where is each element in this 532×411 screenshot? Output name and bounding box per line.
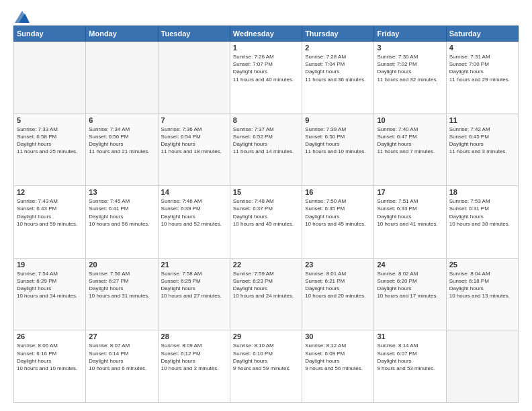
sunrise-label: Sunrise: 8:04 AM (449, 271, 490, 277)
daylight-label: Daylight hours (233, 358, 267, 364)
sunrise-label: Sunrise: 8:07 AM (89, 342, 130, 349)
week-row-1: 1 Sunrise: 7:26 AM Sunset: 7:07 PM Dayli… (14, 42, 519, 114)
sunrise-label: Sunrise: 7:46 AM (161, 198, 202, 204)
day-cell: 16 Sunrise: 7:50 AM Sunset: 6:35 PM Dayl… (302, 186, 374, 259)
sunrise-label: Sunrise: 7:58 AM (161, 271, 202, 277)
day-info: Sunrise: 8:07 AM Sunset: 6:14 PM Dayligh… (89, 342, 154, 372)
daylight-label: Daylight hours (449, 214, 484, 220)
daylight-value: 9 hours and 53 minutes. (377, 365, 435, 371)
sunset-label: Sunset: 6:37 PM (233, 205, 273, 212)
daylight-label: Daylight hours (305, 141, 339, 147)
day-number: 9 (305, 116, 371, 124)
daylight-label: Daylight hours (305, 358, 339, 364)
daylight-value: 10 hours and 20 minutes. (305, 293, 365, 299)
sunrise-label: Sunrise: 7:48 AM (233, 198, 274, 204)
sunrise-label: Sunrise: 7:51 AM (377, 198, 418, 204)
day-number: 24 (377, 261, 443, 269)
sunrise-label: Sunrise: 7:53 AM (449, 198, 490, 204)
day-cell: 21 Sunrise: 7:58 AM Sunset: 6:25 PM Dayl… (158, 258, 230, 330)
daylight-value: 9 hours and 56 minutes. (305, 365, 363, 371)
daylight-value: 10 hours and 24 minutes. (233, 293, 294, 299)
sunrise-label: Sunrise: 8:06 AM (17, 342, 58, 349)
weekday-header-row: SundayMondayTuesdayWednesdayThursdayFrid… (14, 26, 519, 42)
day-number: 20 (89, 261, 154, 269)
sunrise-label: Sunrise: 7:28 AM (305, 54, 346, 60)
daylight-label: Daylight hours (161, 214, 195, 220)
sunset-label: Sunset: 6:23 PM (233, 278, 273, 284)
sunset-label: Sunset: 6:39 PM (161, 205, 201, 212)
weekday-header-thursday: Thursday (302, 26, 374, 42)
day-cell: 25 Sunrise: 8:04 AM Sunset: 6:18 PM Dayl… (446, 258, 518, 330)
day-cell (14, 42, 86, 114)
daylight-label: Daylight hours (17, 285, 51, 291)
sunrise-label: Sunrise: 7:54 AM (17, 271, 58, 277)
logo-icon (15, 11, 30, 23)
daylight-value: 11 hours and 29 minutes. (449, 77, 510, 83)
week-row-2: 5 Sunrise: 7:33 AM Sunset: 6:58 PM Dayli… (14, 113, 519, 186)
page: SundayMondayTuesdayWednesdayThursdayFrid… (0, 0, 532, 411)
day-cell: 5 Sunrise: 7:33 AM Sunset: 6:58 PM Dayli… (14, 113, 86, 186)
weekday-header-monday: Monday (86, 26, 158, 42)
daylight-label: Daylight hours (449, 285, 484, 291)
daylight-label: Daylight hours (233, 141, 267, 147)
sunrise-label: Sunrise: 7:43 AM (17, 198, 58, 204)
day-info: Sunrise: 7:43 AM Sunset: 6:43 PM Dayligh… (17, 197, 83, 228)
day-number: 31 (377, 332, 443, 340)
daylight-value: 10 hours and 17 minutes. (377, 293, 437, 299)
week-row-5: 26 Sunrise: 8:06 AM Sunset: 6:16 PM Dayl… (14, 330, 519, 403)
day-info: Sunrise: 7:34 AM Sunset: 6:56 PM Dayligh… (89, 126, 154, 156)
sunset-label: Sunset: 7:07 PM (233, 61, 273, 67)
daylight-value: 10 hours and 27 minutes. (161, 293, 222, 299)
daylight-label: Daylight hours (161, 141, 195, 147)
daylight-label: Daylight hours (377, 214, 411, 220)
day-number: 4 (449, 44, 515, 52)
day-info: Sunrise: 7:48 AM Sunset: 6:37 PM Dayligh… (233, 197, 299, 228)
day-number: 7 (161, 116, 227, 124)
daylight-value: 9 hours and 59 minutes. (233, 365, 291, 371)
weekday-header-sunday: Sunday (14, 26, 86, 42)
daylight-label: Daylight hours (233, 285, 267, 291)
day-cell (158, 42, 230, 114)
day-cell: 27 Sunrise: 8:07 AM Sunset: 6:14 PM Dayl… (86, 330, 158, 403)
day-number: 16 (305, 188, 371, 196)
day-number: 2 (305, 44, 371, 52)
daylight-label: Daylight hours (233, 68, 267, 75)
day-number: 28 (161, 332, 227, 340)
day-info: Sunrise: 7:36 AM Sunset: 6:54 PM Dayligh… (161, 126, 227, 156)
sunset-label: Sunset: 6:25 PM (161, 278, 201, 284)
day-cell: 4 Sunrise: 7:31 AM Sunset: 7:00 PM Dayli… (446, 42, 518, 114)
day-number: 17 (377, 188, 443, 196)
day-number: 14 (161, 188, 227, 196)
day-number: 22 (233, 261, 299, 269)
daylight-label: Daylight hours (161, 285, 195, 291)
daylight-label: Daylight hours (161, 358, 195, 364)
sunset-label: Sunset: 6:54 PM (161, 134, 201, 140)
daylight-value: 10 hours and 41 minutes. (377, 221, 437, 227)
daylight-value: 10 hours and 38 minutes. (449, 221, 510, 227)
sunset-label: Sunset: 6:31 PM (449, 205, 489, 212)
sunset-label: Sunset: 7:02 PM (377, 61, 416, 67)
day-info: Sunrise: 8:14 AM Sunset: 6:07 PM Dayligh… (377, 342, 443, 372)
daylight-label: Daylight hours (449, 68, 484, 75)
day-cell: 9 Sunrise: 7:39 AM Sunset: 6:50 PM Dayli… (302, 113, 374, 186)
day-cell: 29 Sunrise: 8:10 AM Sunset: 6:10 PM Dayl… (230, 330, 302, 403)
weekday-header-saturday: Saturday (446, 26, 518, 42)
day-number: 10 (377, 116, 443, 124)
sunset-label: Sunset: 7:04 PM (305, 61, 345, 67)
daylight-value: 11 hours and 7 minutes. (377, 148, 435, 154)
day-number: 1 (233, 44, 299, 52)
day-cell: 30 Sunrise: 8:12 AM Sunset: 6:09 PM Dayl… (302, 330, 374, 403)
weekday-header-tuesday: Tuesday (158, 26, 230, 42)
sunrise-label: Sunrise: 8:02 AM (377, 271, 418, 277)
sunrise-label: Sunrise: 7:45 AM (89, 198, 130, 204)
day-info: Sunrise: 7:42 AM Sunset: 6:45 PM Dayligh… (449, 126, 515, 156)
day-info: Sunrise: 8:09 AM Sunset: 6:12 PM Dayligh… (161, 342, 227, 372)
day-number: 8 (233, 116, 299, 124)
daylight-value: 10 hours and 3 minutes. (161, 365, 219, 371)
day-cell: 3 Sunrise: 7:30 AM Sunset: 7:02 PM Dayli… (374, 42, 446, 114)
day-info: Sunrise: 8:10 AM Sunset: 6:10 PM Dayligh… (233, 342, 299, 372)
day-cell: 12 Sunrise: 7:43 AM Sunset: 6:43 PM Dayl… (14, 186, 86, 259)
daylight-value: 11 hours and 18 minutes. (161, 148, 222, 154)
day-info: Sunrise: 8:01 AM Sunset: 6:21 PM Dayligh… (305, 270, 371, 300)
sunrise-label: Sunrise: 7:36 AM (161, 126, 202, 132)
